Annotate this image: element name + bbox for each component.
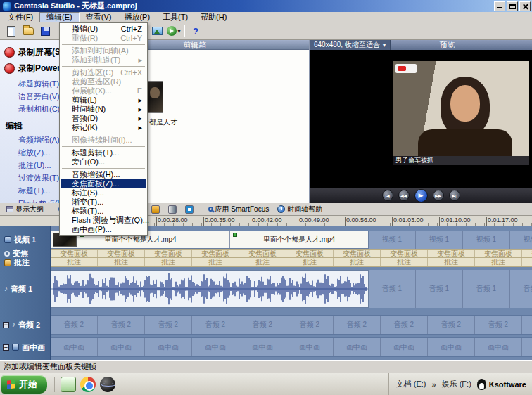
menu-item[interactable]: 变焦面板(Z)... [61,179,146,188]
toolbar-separator [56,25,56,37]
speed-button[interactable] [182,204,197,215]
audio-clip[interactable] [51,270,369,308]
browser-globe-icon[interactable] [100,377,115,392]
menubar-item[interactable]: 工具(T) [156,12,194,22]
apply-smartfocus-button[interactable]: 应用 SmartFocus [205,204,273,215]
produce-dropdown-arrow[interactable]: ▾ [177,28,180,34]
maximize-button[interactable] [507,1,518,11]
track-placeholder-label: 批注 [239,258,286,266]
menubar-item[interactable]: 帮助(H) [194,12,233,22]
collapse-pip-button[interactable]: − [3,344,9,351]
chrome-icon[interactable] [80,377,96,392]
menu-item[interactable]: 标题剪辑(T)... [61,148,146,157]
save-disk-icon [41,27,50,36]
menu-item[interactable]: 音频增强(H)... [61,170,146,179]
tray-item[interactable]: 娱乐 (F:) [442,379,471,389]
menu-item[interactable]: 裁剪至选区(R) [61,77,146,86]
track-placeholder-label: 变焦面板 [475,250,522,257]
track-placeholder-label: 批注 [334,258,381,266]
produce-icon [167,26,177,36]
penguin-logo-icon [477,379,486,390]
timeline-help-button[interactable]: 时间轴帮助 [274,204,326,215]
taskbar-tray: 文档 (E:)»娱乐 (F:) Ksoftware [388,373,532,395]
collapse-audio2-button[interactable]: − [3,322,9,328]
menu-item[interactable]: 添加到轨道(T)▸ [61,56,146,65]
record-icon [4,47,15,58]
edit-menu: 撤销(U)Ctrl+Z重做(R)Ctrl+Y添加到时间轴(A)添加到轨道(T)▸… [59,22,148,236]
track-placeholder-label: 批注 [475,258,522,266]
track-placeholder-label: 画中画 [475,338,522,356]
track-placeholder-label: 变焦面板 [522,250,532,257]
tray-item[interactable]: 文档 (E:) [396,379,426,389]
submenu-arrow-icon: ▸ [132,123,142,132]
menu-item[interactable]: 画中画(P)... [61,225,146,234]
menu-item[interactable]: 剪切选区(C)Ctrl+X [61,68,146,77]
menubar-item[interactable]: 查看(V) [80,12,118,22]
menubar-item[interactable]: 文件(F) [1,12,39,22]
audio2-track[interactable]: 音频 2音频 2音频 2音频 2音频 2音频 2音频 2音频 2音频 2音频 2… [51,315,532,335]
menu-item[interactable]: 标记(K)▸ [61,123,146,132]
menu-item[interactable]: 标题(T)... [61,207,146,216]
track-placeholder-label: 视频 1 [463,231,510,249]
menubar-item[interactable]: 播放(P) [118,12,156,22]
track-placeholder-label: 变焦面板 [192,250,239,257]
zoom-track-icon [4,251,10,257]
audio-note-icon: ♪ [12,321,15,328]
menu-item[interactable]: 音频(D)▸ [61,114,146,123]
menu-separator [62,66,145,67]
menu-item[interactable]: 图像持续时间(I)... [61,136,146,145]
track-placeholder-label: 变焦面板 [286,250,334,257]
menu-item[interactable]: 渐变(T)... [61,198,146,207]
chevron-icon[interactable]: » [432,380,436,389]
pip-track[interactable]: 画中画画中画画中画画中画画中画画中画画中画画中画画中画画中画画中画 [51,337,532,357]
skip-end-button[interactable]: ▶| [449,190,460,201]
import-media-button[interactable] [148,24,165,39]
preview-header: 640x480, 收缩至适合▾ 预览 [310,40,532,50]
menu-item[interactable]: 伸展帧(X)...E [61,86,146,96]
menu-item[interactable]: 剪辑(L)▸ [61,96,146,105]
menubar-item[interactable]: 编辑(E) [39,12,80,22]
fade-icon [168,205,177,214]
volume-button[interactable] [148,204,163,215]
title-bar[interactable]: Camtasia Studio - 无标题.camproj [0,0,532,12]
callout-track[interactable]: 批注批注批注批注批注批注批注批注批注批注批注 [51,258,532,267]
skip-start-button[interactable]: |◀ [382,190,393,201]
open-project-button[interactable] [20,24,37,39]
show-outline-button[interactable]: 显示大纲 [3,204,47,215]
keyframe-dot[interactable] [233,233,237,237]
close-button[interactable] [519,1,531,11]
rewind-button[interactable]: ◀◀ [398,190,410,201]
minimize-button[interactable] [494,1,505,11]
quick-launch-app-icon[interactable] [61,377,76,392]
zoom-track[interactable]: 变焦面板变焦面板变焦面板变焦面板变焦面板变焦面板变焦面板变焦面板变焦面板变焦面板… [51,249,532,258]
menu-item[interactable]: 重做(R)Ctrl+Y [61,34,146,43]
taskbar: 开始 文档 (E:)»娱乐 (F:) Ksoftware [0,373,532,395]
preview-size-select[interactable]: 640x480, 收缩至适合▾ [310,40,391,50]
track-placeholder-label: 变焦面板 [381,250,428,257]
toolbar-separator [184,25,185,37]
video-clip-segment[interactable]: 里面个个都是人才.mp4 [230,231,368,248]
ruler-label: 0:00:42:00 [252,216,282,224]
menu-item[interactable]: 添加到时间轴(A) [61,46,146,56]
play-button[interactable]: ▶ [414,189,428,202]
track-placeholder-label: 画中画 [98,338,145,356]
track-placeholder-label: 音频 2 [145,316,192,334]
forward-button[interactable]: ▶▶ [433,190,444,201]
menu-item[interactable]: 标注(S)... [61,188,146,198]
menu-item[interactable]: Flash 测验与调查(Q)... [61,216,146,225]
menu-item[interactable]: 旁白(O)... [61,157,146,167]
menu-item[interactable]: 撤销(U)Ctrl+Z [61,25,146,34]
audio-note-icon: ♪ [4,285,8,292]
start-button[interactable]: 开始 [1,375,47,394]
track-placeholder-label: 批注 [192,258,239,266]
save-project-button[interactable] [37,24,53,39]
track-placeholder-label: 变焦面板 [428,250,475,257]
produce-share-button[interactable]: ▾ [165,24,182,39]
fade-button[interactable] [165,204,180,215]
menu-item[interactable]: 时间轴(N)▸ [61,105,146,114]
new-project-button[interactable] [3,24,20,39]
video-frame: 男子偷车被抓 [393,61,529,165]
audio-waveform [51,271,368,307]
track-placeholder-label: 音频 2 [239,316,286,334]
help-button[interactable]: ? [187,24,204,39]
